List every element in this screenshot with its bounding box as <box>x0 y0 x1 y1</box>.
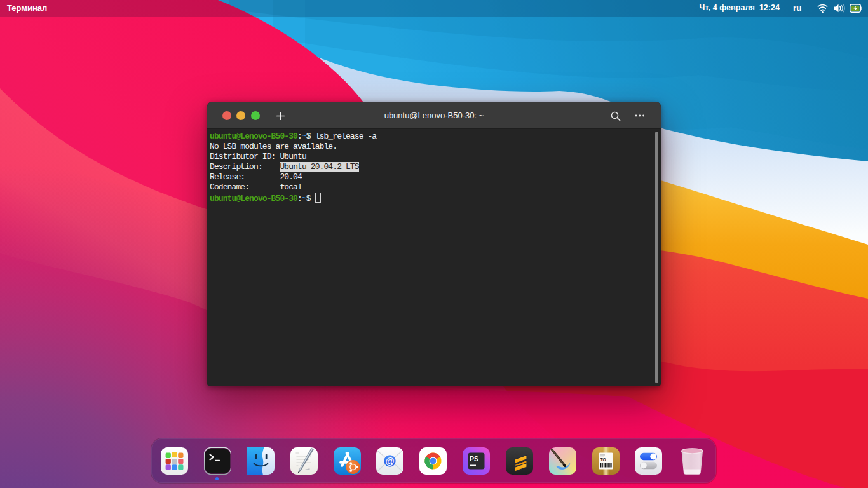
svg-text:@: @ <box>385 456 395 466</box>
svg-text:TO:: TO: <box>600 458 607 462</box>
svg-text:PS: PS <box>470 455 478 463</box>
